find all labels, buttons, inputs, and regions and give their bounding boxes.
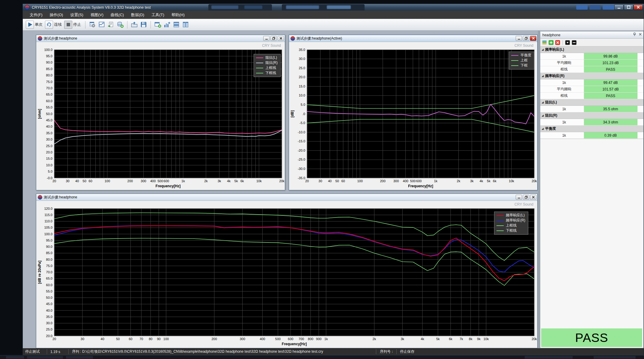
restore-button[interactable] xyxy=(270,36,277,41)
svg-text:600: 600 xyxy=(164,179,169,183)
svg-text:Frequency[Hz]: Frequency[Hz] xyxy=(156,184,180,188)
child-window-titlebar[interactable]: 测试步骤:headphone xyxy=(36,35,285,42)
window-title: CRY6151 Electro-acoustic Analysis System… xyxy=(32,5,151,10)
restore-button[interactable] xyxy=(523,195,529,200)
menu-item-3[interactable]: 设置(S) xyxy=(67,11,86,19)
svg-text:5.0: 5.0 xyxy=(301,103,305,106)
result-group-header[interactable]: ◢频率响应(L) xyxy=(540,46,643,53)
result-group-header[interactable]: ◢阻抗(L) xyxy=(540,99,643,106)
balance-chart-plot[interactable]: 35.030.025.020.015.010.05.0.0-5.0-10.0-1… xyxy=(289,42,537,190)
toolbar-button-label[interactable]: 单次 xyxy=(35,22,43,27)
tile-vertical-button[interactable] xyxy=(181,20,190,29)
svg-text:110.0: 110.0 xyxy=(44,219,52,223)
tile-horizontal-icon xyxy=(173,21,180,28)
chart-area: CRY Sound 35.030.025.020.015.010.05.0.0-… xyxy=(289,42,537,190)
delete-button[interactable] xyxy=(555,40,560,45)
close-icon[interactable] xyxy=(278,36,284,41)
svg-text:15.0: 15.0 xyxy=(299,85,305,88)
stop-button[interactable] xyxy=(64,21,72,29)
child-window-controls xyxy=(263,36,284,41)
report-button[interactable] xyxy=(107,20,115,29)
svg-text:200: 200 xyxy=(380,179,385,183)
svg-text:95.0: 95.0 xyxy=(46,239,52,242)
svg-text:50: 50 xyxy=(335,179,339,183)
svg-text:90: 90 xyxy=(157,337,160,341)
result-label: 1k xyxy=(544,119,584,125)
svg-text:85.0: 85.0 xyxy=(46,251,52,255)
result-group-header[interactable]: ◢平衡度 xyxy=(540,126,643,132)
restore-button[interactable] xyxy=(523,36,529,41)
result-group-header[interactable]: ◢阻抗(R) xyxy=(540,112,643,119)
svg-text:20k: 20k xyxy=(532,179,537,183)
minimize-button[interactable] xyxy=(614,4,624,10)
menu-item-6[interactable]: 数据(D) xyxy=(128,11,148,19)
minimize-button[interactable] xyxy=(263,36,270,41)
panel-splitter[interactable] xyxy=(538,31,540,348)
new-window-icon xyxy=(154,21,161,28)
status-save-state: 停止保存 xyxy=(400,348,414,355)
result-row: 框线PASS xyxy=(540,93,643,99)
svg-text:55.0: 55.0 xyxy=(46,289,52,293)
svg-text:70.0: 70.0 xyxy=(46,86,52,90)
legend-line-swatch xyxy=(256,58,263,58)
run-single-button[interactable] xyxy=(26,21,34,29)
menu-item-2[interactable]: 操作(O) xyxy=(46,11,67,19)
svg-text:4k: 4k xyxy=(480,179,483,183)
collapse-minus-button[interactable] xyxy=(571,40,577,45)
title-bar[interactable]: CRY6151 Electro-acoustic Analysis System… xyxy=(23,4,644,11)
taskbar[interactable] xyxy=(0,355,644,359)
close-icon[interactable] xyxy=(530,195,536,200)
background-window-tab xyxy=(208,4,272,10)
svg-text:5k: 5k xyxy=(436,337,440,341)
run-continuous-button[interactable] xyxy=(45,21,53,29)
svg-text:20: 20 xyxy=(52,179,56,183)
svg-text:20: 20 xyxy=(305,179,309,183)
layers-button[interactable] xyxy=(542,40,547,45)
svg-text:75.0: 75.0 xyxy=(46,80,52,84)
impedance-chart-plot[interactable]: 100.095.090.085.080.075.070.065.060.055.… xyxy=(36,42,285,190)
svg-text:40: 40 xyxy=(101,337,104,341)
menu-item-8[interactable]: 帮助(H) xyxy=(168,11,188,19)
result-group-header[interactable]: ◢频率响应(R) xyxy=(540,73,643,79)
new-window-button[interactable] xyxy=(154,20,162,29)
add-chart-button[interactable] xyxy=(163,20,171,29)
open-file-button[interactable] xyxy=(130,20,139,29)
pin-icon[interactable] xyxy=(633,32,637,37)
result-label: 1k xyxy=(544,132,584,138)
child-window-titlebar[interactable]: 测试步骤:headphone xyxy=(36,194,537,201)
menu-item-7[interactable]: 工具(T) xyxy=(148,11,168,19)
close-button[interactable] xyxy=(634,4,643,10)
svg-text:30: 30 xyxy=(66,179,69,183)
menu-item-1[interactable]: 文件(F) xyxy=(26,11,46,19)
close-icon[interactable] xyxy=(638,32,642,37)
minimize-button[interactable] xyxy=(516,36,522,41)
add-button[interactable] xyxy=(548,40,554,45)
svg-text:30.0: 30.0 xyxy=(46,138,52,141)
results-panel-header[interactable]: headphone xyxy=(540,31,643,39)
collapse-triangle-icon: ◢ xyxy=(542,48,544,51)
svg-text:55.0: 55.0 xyxy=(46,105,52,109)
database-button[interactable] xyxy=(116,20,124,29)
menu-item-5[interactable]: 曲线(C) xyxy=(107,11,127,19)
curve-settings-button[interactable] xyxy=(97,20,106,29)
collapse-down-button[interactable] xyxy=(565,40,570,45)
save-button[interactable] xyxy=(139,20,148,29)
maximize-button[interactable] xyxy=(624,4,633,10)
legend-line-swatch xyxy=(511,65,518,66)
frequency-response-chart-plot[interactable]: 120.0115.0110.0105.0100.095.090.085.080.… xyxy=(36,201,537,348)
result-row: 框线PASS xyxy=(540,66,643,73)
result-value: 35.5 ohm xyxy=(584,106,637,112)
svg-text:60: 60 xyxy=(129,337,132,341)
minimize-button[interactable] xyxy=(516,195,522,200)
svg-text:2k: 2k xyxy=(457,179,461,183)
tile-horizontal-button[interactable] xyxy=(172,20,180,29)
status-bar: 停止测试 1.19 s 序列 : D:\公司项目\CRY6151\V8.0\CR… xyxy=(23,348,644,355)
toolbar-button-label[interactable]: 连续 xyxy=(54,22,62,27)
result-label: 平均频响 xyxy=(544,60,584,66)
child-window-titlebar[interactable]: 测试步骤:headphone(Active) xyxy=(289,35,537,42)
svg-text:60: 60 xyxy=(89,179,92,183)
close-icon[interactable] xyxy=(530,36,536,41)
menu-item-4[interactable]: 视图(V) xyxy=(87,11,107,19)
parameter-settings-button[interactable] xyxy=(88,20,97,29)
toolbar-button-label[interactable]: 停止 xyxy=(73,22,81,27)
